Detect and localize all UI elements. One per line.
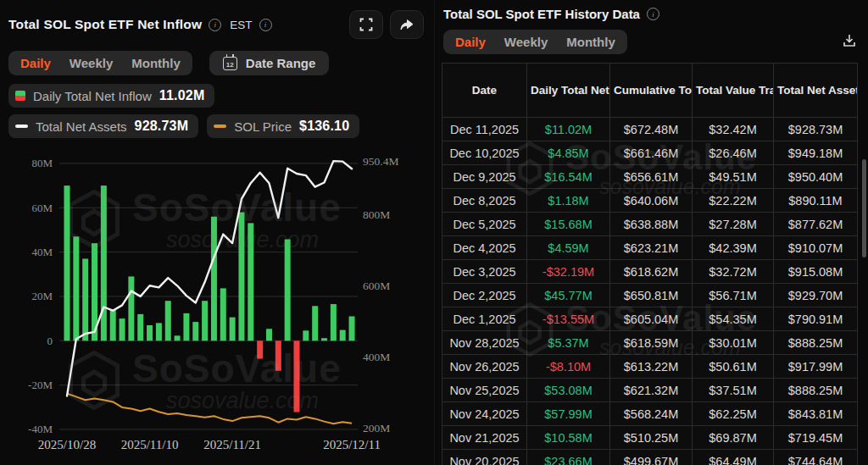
table-scrollbar[interactable]	[862, 159, 866, 257]
inflow-bar	[156, 323, 162, 340]
date-cell: Dec 5,2025	[442, 213, 527, 236]
value-cell: $10.58M	[527, 426, 610, 450]
share-button[interactable]	[390, 10, 424, 39]
value-cell: $568.24M	[610, 402, 693, 426]
inflow-bar	[82, 258, 88, 340]
table-row[interactable]: Dec 5,2025$15.68M$638.88M$27.28M$877.62M	[442, 213, 858, 236]
value-cell: $605.04M	[610, 307, 693, 331]
value-cell: $510.25M	[610, 426, 693, 450]
date-cell: Dec 3,2025	[442, 260, 527, 284]
inflow-bar	[266, 329, 272, 340]
date-cell: Nov 20,2025	[442, 450, 527, 465]
inflow-bar	[183, 313, 189, 340]
date-range-button[interactable]: 12 Date Range	[209, 51, 330, 75]
table-row[interactable]: Dec 10,2025$4.85M$661.46M$26.46M$949.18M	[442, 141, 858, 165]
table-row[interactable]: Nov 28,2025$5.37M$618.59M$30.01M$888.25M	[442, 331, 858, 355]
inflow-bar	[120, 318, 125, 340]
value-cell: $929.70M	[774, 284, 858, 307]
table-row[interactable]: Nov 26,2025-$8.10M$613.22M$50.61M$917.99…	[442, 355, 858, 379]
table-row[interactable]: Dec 4,2025$4.59M$623.21M$42.39M$910.07M	[442, 236, 858, 260]
value-cell: $16.54M	[527, 165, 610, 189]
tab-monthly[interactable]: Monthly	[566, 35, 615, 49]
left-axis-tick: 60M	[31, 202, 53, 214]
value-cell: $32.72M	[693, 260, 774, 284]
value-cell: $4.59M	[527, 236, 610, 260]
date-cell: Nov 24,2025	[442, 402, 527, 426]
inflow-bar	[331, 304, 337, 340]
value-cell: $27.28M	[693, 213, 774, 236]
value-cell: $37.51M	[693, 379, 774, 402]
tab-monthly[interactable]: Monthly	[131, 56, 181, 70]
table-row[interactable]: Nov 20,2025$23.66M$499.67M$64.49M$744.64…	[442, 450, 858, 465]
table-row[interactable]: Dec 1,2025-$13.55M$605.04M$54.35M$790.91…	[442, 307, 858, 331]
right-axis-tick: 800M	[363, 208, 390, 221]
inflow-bar	[303, 330, 309, 340]
tab-daily[interactable]: Daily	[20, 56, 51, 70]
fullscreen-icon	[359, 18, 373, 31]
chart-controls: Daily Weekly Monthly 12 Date Range	[0, 39, 434, 75]
inflow-bar	[192, 322, 198, 340]
value-cell: $42.39M	[693, 236, 774, 260]
table-row[interactable]: Nov 21,2025$10.58M$510.25M$69.87M$719.45…	[442, 426, 858, 450]
x-axis-tick: 2025/10/28	[38, 438, 96, 451]
value-cell: $719.45M	[774, 426, 858, 450]
table-row[interactable]: Dec 2,2025$45.77M$650.81M$56.71M$929.70M	[442, 284, 858, 307]
date-cell: Nov 21,2025	[442, 426, 527, 450]
table-row[interactable]: Dec 11,2025$11.02M$672.48M$32.42M$928.73…	[442, 118, 858, 141]
tab-daily[interactable]: Daily	[455, 35, 486, 49]
value-cell: $672.48M	[610, 118, 693, 141]
panel-header: Total SOL Spot ETF History Data i	[435, 0, 868, 21]
table-row[interactable]: Nov 25,2025$53.08M$621.32M$37.51M$888.25…	[442, 379, 858, 402]
tab-weekly[interactable]: Weekly	[504, 35, 548, 49]
value-cell: $69.87M	[693, 426, 774, 450]
value-cell: $910.07M	[774, 236, 858, 260]
value-cell: $888.25M	[774, 331, 858, 355]
value-cell: $928.73M	[774, 118, 858, 141]
value-cell: $50.61M	[693, 355, 774, 379]
tab-weekly[interactable]: Weekly	[70, 56, 113, 70]
panel-header: Total SOL Spot ETF Net Inflow i EST i	[0, 0, 434, 39]
value-cell: $949.18M	[774, 141, 858, 165]
fullscreen-button[interactable]	[349, 10, 383, 39]
value-cell: $54.35M	[693, 307, 774, 331]
sol-price-line	[67, 394, 352, 424]
value-cell: $613.22M	[610, 355, 693, 379]
column-header: Total Value Traded(USD)	[693, 64, 774, 118]
download-button[interactable]	[841, 32, 858, 52]
inflow-bar	[128, 276, 134, 340]
value-cell: $661.46M	[610, 141, 693, 165]
inflow-bar	[257, 340, 263, 358]
value-cell: $1.18M	[527, 189, 610, 213]
table-header: DateDaily Total Net Inflow(USD)Cumulativ…	[442, 64, 858, 118]
legend-total-net-assets[interactable]: Total Net Assets 928.73M	[8, 114, 198, 138]
left-axis-tick: -40M	[28, 423, 53, 435]
legend-label: SOL Price	[234, 119, 292, 134]
value-cell: $618.59M	[610, 331, 693, 355]
table-row[interactable]: Dec 9,2025$16.54M$656.61M$49.51M$950.40M	[442, 165, 858, 189]
table-title: Total SOL Spot ETF History Data	[443, 7, 640, 21]
value-cell: $49.51M	[693, 165, 774, 189]
right-axis-tick: 400M	[363, 351, 390, 363]
inflow-bar	[275, 340, 281, 370]
date-range-label: Date Range	[246, 56, 316, 70]
inflow-bar	[147, 325, 153, 340]
column-header: Date	[442, 64, 527, 118]
info-icon[interactable]: i	[647, 8, 659, 20]
info-icon[interactable]: i	[259, 19, 272, 31]
inflow-bar	[294, 340, 300, 412]
x-axis-tick: 2025/11/21	[203, 438, 261, 451]
table-row[interactable]: Dec 3,2025-$32.19M$618.62M$32.72M$915.08…	[442, 260, 858, 284]
legend-daily-net-inflow[interactable]: Daily Total Net Inflow 11.02M	[8, 84, 214, 108]
value-cell: $744.64M	[774, 450, 858, 465]
left-axis-tick: 20M	[31, 290, 53, 302]
info-icon[interactable]: i	[209, 19, 221, 31]
table-row[interactable]: Dec 8,2025$1.18M$640.06M$22.22M$890.11M	[442, 189, 858, 213]
value-cell: $638.88M	[610, 213, 693, 236]
legend-sol-price[interactable]: SOL Price $136.10	[207, 114, 359, 138]
inflow-bar	[211, 217, 217, 341]
value-cell: $32.42M	[693, 118, 774, 141]
inflow-bar	[202, 301, 208, 340]
value-cell: $4.85M	[527, 141, 610, 165]
table-row[interactable]: Nov 24,2025$57.99M$568.24M$62.25M$843.81…	[442, 402, 858, 426]
inflow-bar	[137, 314, 143, 340]
